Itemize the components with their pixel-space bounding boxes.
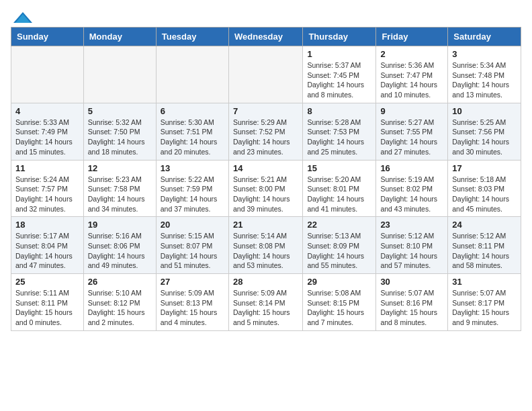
calendar-cell: 6Sunrise: 5:30 AMSunset: 7:51 PMDaylight… xyxy=(156,103,228,160)
day-info: Sunrise: 5:23 AMSunset: 7:58 PMDaylight:… xyxy=(88,175,152,214)
col-header-wednesday: Wednesday xyxy=(228,28,302,46)
day-number: 17 xyxy=(452,163,517,173)
page-header xyxy=(0,0,532,27)
day-number: 20 xyxy=(161,220,224,230)
calendar-cell: 28Sunrise: 5:09 AMSunset: 8:14 PMDayligh… xyxy=(228,274,302,331)
calendar-cell: 3Sunrise: 5:34 AMSunset: 7:48 PMDaylight… xyxy=(448,46,521,103)
logo-icon xyxy=(13,11,32,24)
day-number: 3 xyxy=(452,49,517,59)
day-number: 7 xyxy=(233,106,298,116)
day-info: Sunrise: 5:12 AMSunset: 8:10 PMDaylight:… xyxy=(380,231,443,271)
day-info: Sunrise: 5:08 AMSunset: 8:15 PMDaylight:… xyxy=(307,288,371,328)
day-info: Sunrise: 5:19 AMSunset: 8:02 PMDaylight:… xyxy=(380,175,443,214)
day-number: 1 xyxy=(307,49,371,59)
calendar-wrap: SundayMondayTuesdayWednesdayThursdayFrid… xyxy=(0,27,532,336)
day-number: 25 xyxy=(15,277,79,287)
day-number: 10 xyxy=(452,106,517,116)
calendar-cell: 19Sunrise: 5:16 AMSunset: 8:06 PMDayligh… xyxy=(83,217,156,274)
calendar-cell: 24Sunrise: 5:12 AMSunset: 8:11 PMDayligh… xyxy=(448,217,521,274)
calendar-cell: 31Sunrise: 5:07 AMSunset: 8:17 PMDayligh… xyxy=(448,274,521,331)
calendar-cell: 27Sunrise: 5:09 AMSunset: 8:13 PMDayligh… xyxy=(156,274,228,331)
calendar-week-row: 4Sunrise: 5:33 AMSunset: 7:49 PMDaylight… xyxy=(11,103,521,160)
calendar-cell: 2Sunrise: 5:36 AMSunset: 7:47 PMDaylight… xyxy=(376,46,448,103)
calendar-cell: 29Sunrise: 5:08 AMSunset: 8:15 PMDayligh… xyxy=(303,274,376,331)
day-number: 12 xyxy=(88,163,152,173)
day-number: 26 xyxy=(88,277,152,287)
day-info: Sunrise: 5:18 AMSunset: 8:03 PMDaylight:… xyxy=(452,175,517,214)
logo xyxy=(13,11,32,21)
calendar-cell: 23Sunrise: 5:12 AMSunset: 8:10 PMDayligh… xyxy=(376,217,448,274)
calendar-cell: 9Sunrise: 5:27 AMSunset: 7:55 PMDaylight… xyxy=(376,103,448,160)
day-info: Sunrise: 5:07 AMSunset: 8:17 PMDaylight:… xyxy=(452,288,517,328)
day-number: 15 xyxy=(307,163,371,173)
calendar-cell xyxy=(228,46,302,103)
calendar-cell: 10Sunrise: 5:25 AMSunset: 7:56 PMDayligh… xyxy=(448,103,521,160)
calendar-table: SundayMondayTuesdayWednesdayThursdayFrid… xyxy=(11,27,521,331)
calendar-cell: 30Sunrise: 5:07 AMSunset: 8:16 PMDayligh… xyxy=(376,274,448,331)
day-info: Sunrise: 5:34 AMSunset: 7:48 PMDaylight:… xyxy=(452,60,517,100)
day-info: Sunrise: 5:30 AMSunset: 7:51 PMDaylight:… xyxy=(161,118,224,157)
day-info: Sunrise: 5:24 AMSunset: 7:57 PMDaylight:… xyxy=(15,175,79,214)
day-info: Sunrise: 5:09 AMSunset: 8:14 PMDaylight:… xyxy=(233,288,298,328)
day-number: 9 xyxy=(380,106,443,116)
calendar-cell: 20Sunrise: 5:15 AMSunset: 8:07 PMDayligh… xyxy=(156,217,228,274)
calendar-cell: 16Sunrise: 5:19 AMSunset: 8:02 PMDayligh… xyxy=(376,160,448,217)
day-info: Sunrise: 5:37 AMSunset: 7:45 PMDaylight:… xyxy=(307,60,371,100)
day-number: 2 xyxy=(380,49,443,59)
calendar-cell: 15Sunrise: 5:20 AMSunset: 8:01 PMDayligh… xyxy=(303,160,376,217)
calendar-cell: 26Sunrise: 5:10 AMSunset: 8:12 PMDayligh… xyxy=(83,274,156,331)
day-number: 8 xyxy=(307,106,371,116)
day-info: Sunrise: 5:17 AMSunset: 8:04 PMDaylight:… xyxy=(15,231,79,271)
day-number: 28 xyxy=(233,277,298,287)
day-number: 4 xyxy=(15,106,79,116)
day-number: 18 xyxy=(15,220,79,230)
col-header-friday: Friday xyxy=(376,28,448,46)
day-info: Sunrise: 5:16 AMSunset: 8:06 PMDaylight:… xyxy=(88,231,152,271)
day-number: 27 xyxy=(161,277,224,287)
calendar-cell: 25Sunrise: 5:11 AMSunset: 8:11 PMDayligh… xyxy=(11,274,84,331)
day-number: 24 xyxy=(452,220,517,230)
col-header-saturday: Saturday xyxy=(448,28,521,46)
col-header-thursday: Thursday xyxy=(303,28,376,46)
day-number: 21 xyxy=(233,220,298,230)
calendar-cell: 5Sunrise: 5:32 AMSunset: 7:50 PMDaylight… xyxy=(83,103,156,160)
calendar-cell: 14Sunrise: 5:21 AMSunset: 8:00 PMDayligh… xyxy=(228,160,302,217)
col-header-monday: Monday xyxy=(83,28,156,46)
day-info: Sunrise: 5:20 AMSunset: 8:01 PMDaylight:… xyxy=(307,175,371,214)
calendar-cell: 1Sunrise: 5:37 AMSunset: 7:45 PMDaylight… xyxy=(303,46,376,103)
calendar-cell: 17Sunrise: 5:18 AMSunset: 8:03 PMDayligh… xyxy=(448,160,521,217)
calendar-week-row: 18Sunrise: 5:17 AMSunset: 8:04 PMDayligh… xyxy=(11,217,521,274)
calendar-cell: 11Sunrise: 5:24 AMSunset: 7:57 PMDayligh… xyxy=(11,160,84,217)
day-info: Sunrise: 5:28 AMSunset: 7:53 PMDaylight:… xyxy=(307,118,371,157)
day-number: 23 xyxy=(380,220,443,230)
day-number: 30 xyxy=(380,277,443,287)
day-info: Sunrise: 5:22 AMSunset: 7:59 PMDaylight:… xyxy=(161,175,224,214)
day-info: Sunrise: 5:15 AMSunset: 8:07 PMDaylight:… xyxy=(161,231,224,271)
day-info: Sunrise: 5:11 AMSunset: 8:11 PMDaylight:… xyxy=(15,288,79,328)
calendar-cell xyxy=(156,46,228,103)
day-info: Sunrise: 5:13 AMSunset: 8:09 PMDaylight:… xyxy=(307,231,371,271)
calendar-cell: 12Sunrise: 5:23 AMSunset: 7:58 PMDayligh… xyxy=(83,160,156,217)
day-info: Sunrise: 5:21 AMSunset: 8:00 PMDaylight:… xyxy=(233,175,298,214)
calendar-week-row: 1Sunrise: 5:37 AMSunset: 7:45 PMDaylight… xyxy=(11,46,521,103)
day-info: Sunrise: 5:32 AMSunset: 7:50 PMDaylight:… xyxy=(88,118,152,157)
calendar-cell xyxy=(83,46,156,103)
calendar-cell xyxy=(11,46,84,103)
day-number: 19 xyxy=(88,220,152,230)
calendar-cell: 7Sunrise: 5:29 AMSunset: 7:52 PMDaylight… xyxy=(228,103,302,160)
day-number: 6 xyxy=(161,106,224,116)
calendar-week-row: 25Sunrise: 5:11 AMSunset: 8:11 PMDayligh… xyxy=(11,274,521,331)
day-number: 16 xyxy=(380,163,443,173)
calendar-week-row: 11Sunrise: 5:24 AMSunset: 7:57 PMDayligh… xyxy=(11,160,521,217)
calendar-cell: 18Sunrise: 5:17 AMSunset: 8:04 PMDayligh… xyxy=(11,217,84,274)
day-number: 31 xyxy=(452,277,517,287)
calendar-cell: 13Sunrise: 5:22 AMSunset: 7:59 PMDayligh… xyxy=(156,160,228,217)
calendar-cell: 21Sunrise: 5:14 AMSunset: 8:08 PMDayligh… xyxy=(228,217,302,274)
day-number: 5 xyxy=(88,106,152,116)
day-info: Sunrise: 5:10 AMSunset: 8:12 PMDaylight:… xyxy=(88,288,152,328)
day-info: Sunrise: 5:29 AMSunset: 7:52 PMDaylight:… xyxy=(233,118,298,157)
day-info: Sunrise: 5:12 AMSunset: 8:11 PMDaylight:… xyxy=(452,231,517,271)
day-info: Sunrise: 5:33 AMSunset: 7:49 PMDaylight:… xyxy=(15,118,79,157)
day-number: 11 xyxy=(15,163,79,173)
calendar-cell: 22Sunrise: 5:13 AMSunset: 8:09 PMDayligh… xyxy=(303,217,376,274)
